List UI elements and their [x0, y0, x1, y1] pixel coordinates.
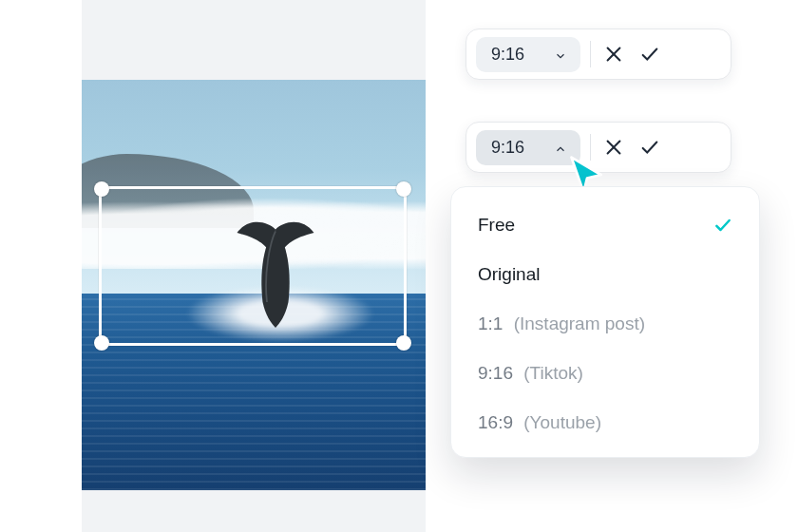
- close-icon: [603, 44, 624, 65]
- aspect-ratio-option[interactable]: 1:1 (Instagram post): [451, 299, 759, 349]
- close-icon: [603, 137, 624, 158]
- aspect-ratio-option[interactable]: Original: [451, 250, 759, 299]
- divider: [590, 134, 591, 161]
- chevron-up-icon: [554, 141, 567, 154]
- aspect-ratio-dropdown-button[interactable]: 9:16: [476, 37, 580, 72]
- option-label: 9:16: [478, 363, 513, 383]
- check-icon: [639, 44, 660, 65]
- image-panel: [82, 0, 426, 532]
- aspect-ratio-option[interactable]: 16:9 (Youtube): [451, 398, 759, 447]
- cancel-button[interactable]: [600, 134, 627, 161]
- aspect-ratio-option[interactable]: Free: [451, 200, 759, 250]
- selected-check-icon: [713, 216, 732, 235]
- aspect-ratio-dropdown-button[interactable]: 9:16: [476, 130, 580, 165]
- divider: [590, 41, 591, 67]
- confirm-button[interactable]: [636, 41, 663, 67]
- crop-handle-top-left[interactable]: [94, 181, 109, 197]
- crop-handle-bottom-right[interactable]: [396, 335, 411, 351]
- option-label: 1:1: [478, 314, 503, 333]
- option-sublabel: (Instagram post): [508, 314, 645, 333]
- aspect-ratio-value: 9:16: [491, 45, 524, 65]
- confirm-button[interactable]: [636, 134, 663, 161]
- aspect-ratio-control-closed: 9:16: [466, 28, 732, 80]
- aspect-ratio-dropdown: FreeOriginal1:1 (Instagram post)9:16 (Ti…: [450, 186, 760, 458]
- aspect-ratio-option[interactable]: 9:16 (Tiktok): [451, 349, 759, 398]
- check-icon: [639, 137, 660, 158]
- aspect-ratio-control-open: 9:16: [466, 122, 732, 173]
- crop-handle-bottom-left[interactable]: [94, 335, 109, 351]
- option-sublabel: (Tiktok): [519, 363, 583, 383]
- crop-handle-top-right[interactable]: [396, 181, 411, 197]
- option-label: Original: [478, 264, 540, 284]
- cancel-button[interactable]: [600, 41, 627, 67]
- option-label: 16:9: [478, 412, 513, 432]
- chevron-down-icon: [554, 48, 567, 61]
- crop-frame[interactable]: [99, 186, 407, 346]
- option-label: Free: [478, 215, 515, 235]
- aspect-ratio-value: 9:16: [491, 138, 524, 158]
- option-sublabel: (Youtube): [519, 412, 601, 432]
